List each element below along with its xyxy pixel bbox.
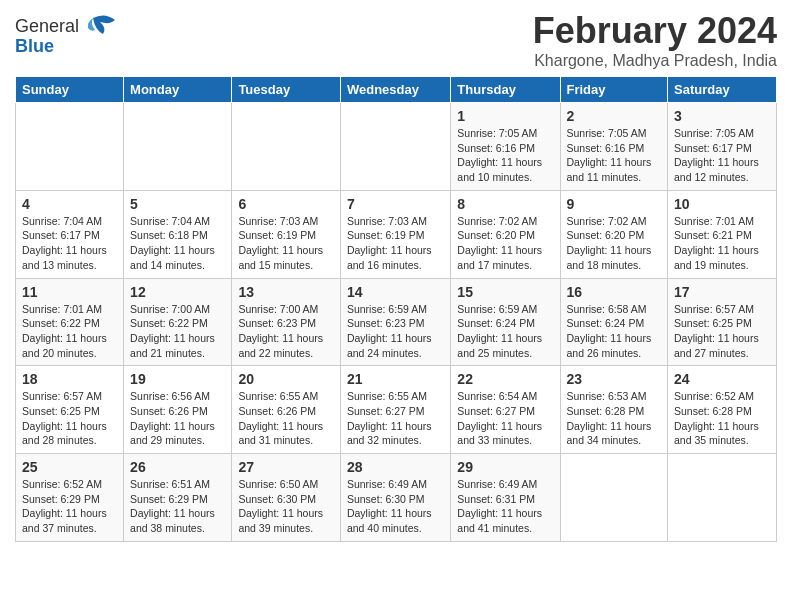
- calendar-cell: 24Sunrise: 6:52 AM Sunset: 6:28 PM Dayli…: [668, 366, 777, 454]
- calendar-week-1: 1Sunrise: 7:05 AM Sunset: 6:16 PM Daylig…: [16, 103, 777, 191]
- day-number: 15: [457, 284, 553, 300]
- calendar-cell: [124, 103, 232, 191]
- calendar-cell: 4Sunrise: 7:04 AM Sunset: 6:17 PM Daylig…: [16, 190, 124, 278]
- day-number: 18: [22, 371, 117, 387]
- day-info: Sunrise: 6:55 AM Sunset: 6:26 PM Dayligh…: [238, 389, 334, 448]
- day-number: 28: [347, 459, 444, 475]
- day-number: 24: [674, 371, 770, 387]
- calendar-cell: 7Sunrise: 7:03 AM Sunset: 6:19 PM Daylig…: [340, 190, 450, 278]
- header-wednesday: Wednesday: [340, 77, 450, 103]
- day-info: Sunrise: 7:02 AM Sunset: 6:20 PM Dayligh…: [457, 214, 553, 273]
- day-number: 3: [674, 108, 770, 124]
- day-info: Sunrise: 7:01 AM Sunset: 6:21 PM Dayligh…: [674, 214, 770, 273]
- calendar-cell: [668, 454, 777, 542]
- day-number: 14: [347, 284, 444, 300]
- calendar-cell: 3Sunrise: 7:05 AM Sunset: 6:17 PM Daylig…: [668, 103, 777, 191]
- day-info: Sunrise: 6:54 AM Sunset: 6:27 PM Dayligh…: [457, 389, 553, 448]
- day-info: Sunrise: 6:59 AM Sunset: 6:23 PM Dayligh…: [347, 302, 444, 361]
- calendar-cell: 28Sunrise: 6:49 AM Sunset: 6:30 PM Dayli…: [340, 454, 450, 542]
- day-info: Sunrise: 6:58 AM Sunset: 6:24 PM Dayligh…: [567, 302, 662, 361]
- day-info: Sunrise: 7:05 AM Sunset: 6:17 PM Dayligh…: [674, 126, 770, 185]
- svg-text:General: General: [15, 16, 79, 36]
- day-info: Sunrise: 7:04 AM Sunset: 6:17 PM Dayligh…: [22, 214, 117, 273]
- calendar-cell: 12Sunrise: 7:00 AM Sunset: 6:22 PM Dayli…: [124, 278, 232, 366]
- page-header: General Blue February 2024 Khargone, Mad…: [15, 10, 777, 70]
- calendar-cell: 26Sunrise: 6:51 AM Sunset: 6:29 PM Dayli…: [124, 454, 232, 542]
- day-info: Sunrise: 6:52 AM Sunset: 6:28 PM Dayligh…: [674, 389, 770, 448]
- day-number: 29: [457, 459, 553, 475]
- header-saturday: Saturday: [668, 77, 777, 103]
- calendar-cell: 11Sunrise: 7:01 AM Sunset: 6:22 PM Dayli…: [16, 278, 124, 366]
- day-number: 8: [457, 196, 553, 212]
- day-info: Sunrise: 6:57 AM Sunset: 6:25 PM Dayligh…: [674, 302, 770, 361]
- calendar-cell: 19Sunrise: 6:56 AM Sunset: 6:26 PM Dayli…: [124, 366, 232, 454]
- calendar-cell: 27Sunrise: 6:50 AM Sunset: 6:30 PM Dayli…: [232, 454, 341, 542]
- calendar-cell: 2Sunrise: 7:05 AM Sunset: 6:16 PM Daylig…: [560, 103, 668, 191]
- calendar-cell: 20Sunrise: 6:55 AM Sunset: 6:26 PM Dayli…: [232, 366, 341, 454]
- calendar-cell: 10Sunrise: 7:01 AM Sunset: 6:21 PM Dayli…: [668, 190, 777, 278]
- day-info: Sunrise: 6:52 AM Sunset: 6:29 PM Dayligh…: [22, 477, 117, 536]
- calendar-week-2: 4Sunrise: 7:04 AM Sunset: 6:17 PM Daylig…: [16, 190, 777, 278]
- month-title: February 2024: [533, 10, 777, 52]
- calendar-cell: 13Sunrise: 7:00 AM Sunset: 6:23 PM Dayli…: [232, 278, 341, 366]
- day-number: 19: [130, 371, 225, 387]
- calendar-week-4: 18Sunrise: 6:57 AM Sunset: 6:25 PM Dayli…: [16, 366, 777, 454]
- day-number: 16: [567, 284, 662, 300]
- day-number: 13: [238, 284, 334, 300]
- day-number: 10: [674, 196, 770, 212]
- header-monday: Monday: [124, 77, 232, 103]
- logo: General Blue: [15, 10, 125, 64]
- day-number: 4: [22, 196, 117, 212]
- day-info: Sunrise: 7:01 AM Sunset: 6:22 PM Dayligh…: [22, 302, 117, 361]
- day-info: Sunrise: 6:57 AM Sunset: 6:25 PM Dayligh…: [22, 389, 117, 448]
- calendar-cell: [340, 103, 450, 191]
- day-info: Sunrise: 7:02 AM Sunset: 6:20 PM Dayligh…: [567, 214, 662, 273]
- title-block: February 2024 Khargone, Madhya Pradesh, …: [533, 10, 777, 70]
- day-info: Sunrise: 7:03 AM Sunset: 6:19 PM Dayligh…: [347, 214, 444, 273]
- day-number: 26: [130, 459, 225, 475]
- header-friday: Friday: [560, 77, 668, 103]
- day-number: 12: [130, 284, 225, 300]
- day-info: Sunrise: 6:51 AM Sunset: 6:29 PM Dayligh…: [130, 477, 225, 536]
- header-tuesday: Tuesday: [232, 77, 341, 103]
- calendar-cell: 23Sunrise: 6:53 AM Sunset: 6:28 PM Dayli…: [560, 366, 668, 454]
- svg-text:Blue: Blue: [15, 36, 54, 56]
- day-info: Sunrise: 6:59 AM Sunset: 6:24 PM Dayligh…: [457, 302, 553, 361]
- calendar-cell: 18Sunrise: 6:57 AM Sunset: 6:25 PM Dayli…: [16, 366, 124, 454]
- day-number: 7: [347, 196, 444, 212]
- day-number: 27: [238, 459, 334, 475]
- day-number: 22: [457, 371, 553, 387]
- day-info: Sunrise: 7:00 AM Sunset: 6:23 PM Dayligh…: [238, 302, 334, 361]
- day-number: 17: [674, 284, 770, 300]
- calendar-cell: 14Sunrise: 6:59 AM Sunset: 6:23 PM Dayli…: [340, 278, 450, 366]
- calendar-cell: 1Sunrise: 7:05 AM Sunset: 6:16 PM Daylig…: [451, 103, 560, 191]
- day-number: 5: [130, 196, 225, 212]
- day-number: 9: [567, 196, 662, 212]
- day-info: Sunrise: 6:55 AM Sunset: 6:27 PM Dayligh…: [347, 389, 444, 448]
- day-info: Sunrise: 7:00 AM Sunset: 6:22 PM Dayligh…: [130, 302, 225, 361]
- logo-general: General Blue: [15, 10, 125, 64]
- calendar-cell: 25Sunrise: 6:52 AM Sunset: 6:29 PM Dayli…: [16, 454, 124, 542]
- location-title: Khargone, Madhya Pradesh, India: [533, 52, 777, 70]
- day-number: 2: [567, 108, 662, 124]
- day-info: Sunrise: 7:03 AM Sunset: 6:19 PM Dayligh…: [238, 214, 334, 273]
- header-sunday: Sunday: [16, 77, 124, 103]
- day-info: Sunrise: 7:05 AM Sunset: 6:16 PM Dayligh…: [567, 126, 662, 185]
- calendar-cell: [560, 454, 668, 542]
- day-number: 1: [457, 108, 553, 124]
- calendar-cell: 8Sunrise: 7:02 AM Sunset: 6:20 PM Daylig…: [451, 190, 560, 278]
- day-info: Sunrise: 6:50 AM Sunset: 6:30 PM Dayligh…: [238, 477, 334, 536]
- day-number: 25: [22, 459, 117, 475]
- calendar-week-3: 11Sunrise: 7:01 AM Sunset: 6:22 PM Dayli…: [16, 278, 777, 366]
- day-number: 11: [22, 284, 117, 300]
- calendar-cell: 17Sunrise: 6:57 AM Sunset: 6:25 PM Dayli…: [668, 278, 777, 366]
- calendar-cell: 22Sunrise: 6:54 AM Sunset: 6:27 PM Dayli…: [451, 366, 560, 454]
- calendar-cell: 5Sunrise: 7:04 AM Sunset: 6:18 PM Daylig…: [124, 190, 232, 278]
- calendar-cell: [16, 103, 124, 191]
- day-number: 20: [238, 371, 334, 387]
- calendar-cell: [232, 103, 341, 191]
- calendar-table: Sunday Monday Tuesday Wednesday Thursday…: [15, 76, 777, 542]
- calendar-cell: 29Sunrise: 6:49 AM Sunset: 6:31 PM Dayli…: [451, 454, 560, 542]
- day-info: Sunrise: 6:49 AM Sunset: 6:31 PM Dayligh…: [457, 477, 553, 536]
- calendar-cell: 9Sunrise: 7:02 AM Sunset: 6:20 PM Daylig…: [560, 190, 668, 278]
